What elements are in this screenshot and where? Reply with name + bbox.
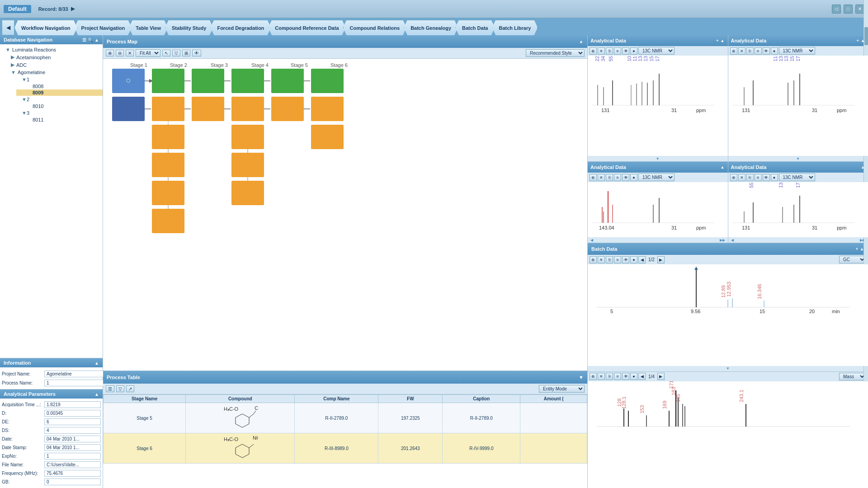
stage6-orange2-box[interactable]: [311, 97, 344, 121]
bl-circle-btn[interactable]: ●: [630, 174, 637, 181]
gc-play-btn[interactable]: ▶: [657, 256, 665, 263]
entity-mode-dropdown[interactable]: Entity Mode Reaction Mode Summary Mode: [539, 385, 585, 393]
tl-collapse-bottom[interactable]: ▼: [588, 156, 728, 161]
gc-zoom-btn[interactable]: ⊕: [590, 256, 597, 263]
tab-stability[interactable]: Stability Study: [165, 20, 213, 35]
child-2-icon[interactable]: ▼: [22, 97, 27, 102]
r3-stage4[interactable]: [231, 125, 264, 149]
tree-root-item[interactable]: ▼ Luminata Reactions: [0, 46, 103, 53]
r5-stage4[interactable]: [231, 181, 264, 205]
root-collapse-icon[interactable]: ▼: [5, 47, 10, 52]
pt-filter-btn[interactable]: ▽: [116, 385, 124, 392]
stage2-orange-box[interactable]: [152, 97, 184, 121]
pt-export-btn[interactable]: ↗: [126, 385, 134, 392]
gc-eye-btn[interactable]: 👁: [622, 256, 629, 263]
tree-item-acetaminophen[interactable]: ▶ Acetaminophen: [5, 53, 103, 61]
tree-item-agomelatine[interactable]: ▼ Agomelatine: [5, 69, 103, 76]
tr-plus-icon[interactable]: +: [856, 38, 859, 43]
bl-bottom-bar[interactable]: ◀ ▶▶: [588, 237, 728, 243]
tr-zoom-btn[interactable]: ⊕: [730, 47, 737, 55]
br-circle-btn[interactable]: ●: [771, 174, 778, 181]
mass-type-select[interactable]: Mass GC HPLC: [839, 373, 866, 380]
tl-cut-btn[interactable]: ✕: [598, 47, 605, 55]
tr-copy-btn[interactable]: ⎘: [746, 47, 754, 55]
bl-cut-btn[interactable]: ✕: [598, 174, 605, 181]
tab-compound-ref[interactable]: Compound Reference Data: [268, 20, 345, 35]
tl-plus-icon[interactable]: +: [716, 38, 719, 43]
tl-circle-btn[interactable]: ●: [630, 47, 637, 55]
bl-eye-btn[interactable]: 👁: [622, 174, 629, 181]
br-layers-btn[interactable]: ≡: [755, 174, 762, 181]
topbar-icon-3[interactable]: ✕: [855, 5, 864, 14]
gc-copy-btn[interactable]: ⎘: [606, 256, 613, 263]
tl-eye-btn[interactable]: 👁: [622, 47, 629, 55]
pm-pointer-btn[interactable]: ↖: [162, 50, 170, 56]
bl-right-arrows-icon[interactable]: ▶▶: [720, 238, 725, 242]
tl-copy-btn[interactable]: ⎘: [606, 47, 613, 55]
mass-back-btn[interactable]: ◀: [638, 373, 646, 380]
acetaminophen-expand-icon[interactable]: ▶: [11, 54, 14, 60]
tab-batch-lib[interactable]: Batch Library: [492, 20, 538, 35]
information-expand-icon[interactable]: ▲: [94, 361, 99, 366]
gc-layers-btn[interactable]: ≡: [614, 256, 621, 263]
tree-item-adc[interactable]: ▶ ADC: [5, 61, 103, 69]
pm-filter-btn[interactable]: ▽: [172, 50, 180, 56]
bl-layers-btn[interactable]: ≡: [614, 174, 621, 181]
table-row[interactable]: Stage 5 H₃C-O: [104, 403, 587, 433]
tree-child-3[interactable]: ▼ 3: [11, 109, 103, 117]
pm-eye-btn[interactable]: 👁: [192, 50, 201, 56]
mass-zoom-btn[interactable]: ⊕: [590, 373, 597, 380]
br-left-arrow-icon[interactable]: ◀: [731, 238, 734, 242]
r3-stage6[interactable]: [311, 125, 344, 149]
pm-zoom-in-btn[interactable]: ⊕: [106, 50, 114, 56]
process-name-input[interactable]: [44, 380, 106, 386]
pm-expand-btn[interactable]: ⊞: [182, 50, 190, 56]
tr-nmr-select[interactable]: 13C NMR: [779, 47, 815, 55]
mass-cut-btn[interactable]: ✕: [598, 373, 605, 380]
r4-stage2[interactable]: [152, 153, 184, 177]
topbar-icon-2[interactable]: □: [844, 5, 853, 14]
gc-type-select[interactable]: GC HPLC MS: [839, 256, 866, 263]
r6-stage2[interactable]: [152, 209, 184, 233]
tree-leaf-8010[interactable]: 8010: [16, 103, 103, 109]
adc-expand-icon[interactable]: ▶: [11, 62, 14, 68]
r3-stage2[interactable]: [152, 125, 184, 149]
stage5-orange-box[interactable]: [271, 97, 304, 121]
stage3-orange-box[interactable]: [192, 97, 224, 121]
gc-collapse-bar[interactable]: ▼: [588, 366, 868, 371]
tr-circle-btn[interactable]: ●: [771, 47, 778, 55]
stage6-green-box[interactable]: [311, 69, 344, 93]
tab-workflow[interactable]: Workflow Navigation: [14, 20, 77, 35]
mass-layers-btn[interactable]: ≡: [614, 373, 621, 380]
br-copy-btn[interactable]: ⎘: [746, 174, 754, 181]
record-nav-icon[interactable]: ▶: [71, 6, 75, 12]
analytical-params-expand-icon[interactable]: ▲: [94, 392, 99, 397]
tl-nmr-select[interactable]: 13C NMR 1H NMR: [638, 47, 675, 55]
pm-expand-icon[interactable]: ▲: [579, 39, 584, 44]
tree-child-1[interactable]: ▼ 1: [11, 76, 103, 83]
tr-cut-btn[interactable]: ✕: [738, 47, 745, 55]
pm-zoom-out-btn[interactable]: ⊖: [116, 50, 124, 56]
stage4-orange-box[interactable]: [231, 97, 264, 121]
tab-batch-data[interactable]: Batch Data: [455, 20, 495, 35]
nav-back-button[interactable]: ◀: [2, 20, 14, 35]
gc-back-btn[interactable]: ◀: [638, 256, 646, 263]
mass-circle-btn[interactable]: ●: [630, 373, 637, 380]
tl-layers-btn[interactable]: ≡: [614, 47, 621, 55]
br-nmr-select[interactable]: 13C NMR: [779, 174, 815, 181]
mass-play-btn[interactable]: ▶: [657, 373, 665, 380]
tr-layers-btn[interactable]: ≡: [755, 47, 762, 55]
tr-eye-btn[interactable]: 👁: [763, 47, 770, 55]
tab-table[interactable]: Table View: [129, 20, 168, 35]
r5-stage2[interactable]: [152, 181, 184, 205]
bl-zoom-btn[interactable]: ⊕: [590, 174, 597, 181]
bl-expand-icon[interactable]: ▲: [720, 165, 725, 169]
tl-expand-icon[interactable]: ▲: [720, 38, 725, 43]
batch-plus-icon[interactable]: +: [855, 247, 859, 251]
br-cut-btn[interactable]: ✕: [738, 174, 745, 181]
pt-menu-btn[interactable]: ☰: [106, 385, 114, 392]
stage1-blue2-box[interactable]: [112, 97, 145, 121]
stage3-green-box[interactable]: [192, 69, 224, 93]
db-nav-menu-icon[interactable]: ☰: [82, 38, 86, 42]
tl-zoom-btn[interactable]: ⊕: [590, 47, 597, 55]
